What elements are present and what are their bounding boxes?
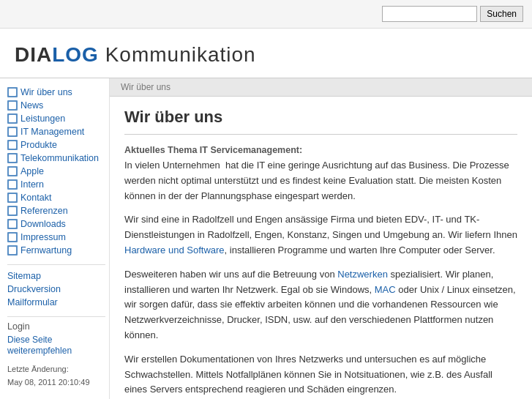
sidebar-link-leistungen[interactable]: Leistungen: [20, 113, 65, 124]
content-area: Wir über uns Wir über uns Aktuelles Them…: [110, 78, 532, 399]
sidebar-meta: Letzte Änderung: May 08, 2011 20:10:49 D…: [7, 363, 109, 399]
site-title: DIALOG Kommunikation: [15, 43, 521, 67]
link-hardware[interactable]: Hardware und Software: [124, 245, 225, 256]
page-wrapper: Suchen DIALOG Kommunikation Wir über uns…: [0, 0, 532, 399]
sidebar-link-kontakt[interactable]: Kontakt: [20, 193, 51, 203]
nav-icon: [7, 100, 18, 111]
sidebar-link-produkte[interactable]: Produkte: [20, 140, 57, 150]
sidebar-link-sitemap[interactable]: Sitemap: [7, 269, 109, 283]
sidebar-item-intern[interactable]: Intern: [7, 178, 109, 191]
sidebar-link-downloads[interactable]: Downloads: [20, 219, 66, 229]
sidebar-meta-label: Letzte Änderung:: [7, 363, 109, 376]
nav-icon: [7, 113, 18, 124]
nav-icon: [7, 179, 18, 190]
sidebar-link-mailformular[interactable]: Mailformular: [7, 296, 109, 309]
sidebar-link-telekommunikation[interactable]: Telekommunikation: [20, 153, 99, 163]
nav-icon: [7, 193, 18, 203]
section-intro-label: Aktuelles Thema IT Servicemanagement:: [124, 145, 517, 155]
sidebar-item-downloads[interactable]: Downloads: [7, 217, 109, 231]
sidebar-nav-section: Wir über uns News Leistungen IT Manageme…: [7, 86, 109, 257]
content-inner: Wir über uns Aktuelles Thema IT Servicem…: [110, 97, 532, 399]
title-rest: Kommunikation: [99, 43, 256, 66]
search-input[interactable]: [382, 6, 477, 22]
sidebar-item-kontakt[interactable]: Kontakt: [7, 191, 109, 204]
sidebar-link-apple[interactable]: Apple: [20, 166, 44, 176]
page-title: Wir über uns: [124, 108, 517, 127]
sidebar-item-produkte[interactable]: Produkte: [7, 138, 109, 152]
main-layout: Wir über uns News Leistungen IT Manageme…: [0, 78, 532, 399]
sidebar-item-wir-ueber-uns[interactable]: Wir über uns: [7, 86, 109, 99]
link-mac[interactable]: MAC: [375, 284, 396, 295]
content-paragraph-3: Desweiteren haben wir uns auf die Betreu…: [124, 267, 517, 343]
sidebar-item-news[interactable]: News: [7, 99, 109, 112]
sidebar-extra-links-section: Sitemap Druckversion Mailformular: [7, 269, 109, 309]
content-paragraph-1: In vielen Unternehmen hat die IT eine ge…: [124, 158, 517, 204]
search-button[interactable]: Suchen: [480, 6, 523, 22]
top-bar: Suchen: [0, 0, 532, 29]
sidebar-item-it-management[interactable]: IT Management: [7, 125, 109, 138]
sidebar-item-fernwartung[interactable]: Fernwartung: [7, 244, 109, 257]
nav-icon: [7, 206, 18, 216]
sidebar-link-wir-ueber-uns[interactable]: Wir über uns: [20, 87, 72, 97]
content-divider: [124, 134, 517, 135]
nav-icon: [7, 219, 18, 229]
sidebar-item-telekommunikation[interactable]: Telekommunikation: [7, 152, 109, 165]
nav-icon: [7, 232, 18, 242]
sidebar-link-referenzen[interactable]: Referenzen: [20, 206, 68, 216]
content-paragraph-2: Wir sind eine in Radolfzell und Engen an…: [124, 212, 517, 258]
sidebar-item-leistungen[interactable]: Leistungen: [7, 112, 109, 125]
nav-icon: [7, 140, 18, 150]
content-paragraph-4: Wir erstellen Dokumentationen von Ihres …: [124, 352, 517, 398]
sidebar-item-apple[interactable]: Apple: [7, 165, 109, 178]
sidebar-login-title: Login: [7, 321, 109, 332]
sidebar-link-intern[interactable]: Intern: [20, 179, 44, 190]
sidebar-meta-date: May 08, 2011 20:10:49: [7, 376, 109, 389]
sidebar-link-impressum[interactable]: Impressum: [20, 232, 66, 242]
link-netzwerken[interactable]: Netzwerken: [337, 269, 388, 280]
sidebar-link-fernwartung[interactable]: Fernwartung: [20, 245, 72, 256]
sidebar-divider-1: [7, 264, 105, 265]
nav-icon: [7, 245, 18, 256]
nav-icon: [7, 153, 18, 163]
sidebar-link-it-management[interactable]: IT Management: [20, 127, 84, 137]
nav-icon: [7, 127, 18, 137]
sidebar-divider-2: [7, 316, 105, 317]
breadcrumb: Wir über uns: [110, 78, 532, 97]
title-log: LOG: [52, 43, 99, 66]
sidebar-link-druckversion[interactable]: Druckversion: [7, 283, 109, 296]
site-header: DIALOG Kommunikation: [0, 29, 532, 78]
title-dia: DIA: [15, 43, 52, 66]
sidebar-link-news[interactable]: News: [20, 100, 43, 111]
sidebar-item-referenzen[interactable]: Referenzen: [7, 204, 109, 217]
sidebar-login-section: Login Diese Seite weiterempfehlen: [7, 321, 109, 356]
sidebar: Wir über uns News Leistungen IT Manageme…: [0, 78, 110, 399]
sidebar-item-impressum[interactable]: Impressum: [7, 231, 109, 244]
sidebar-weiterempfehlen-link[interactable]: Diese Seite weiterempfehlen: [7, 335, 72, 356]
nav-icon: [7, 166, 18, 176]
nav-icon: [7, 87, 18, 97]
